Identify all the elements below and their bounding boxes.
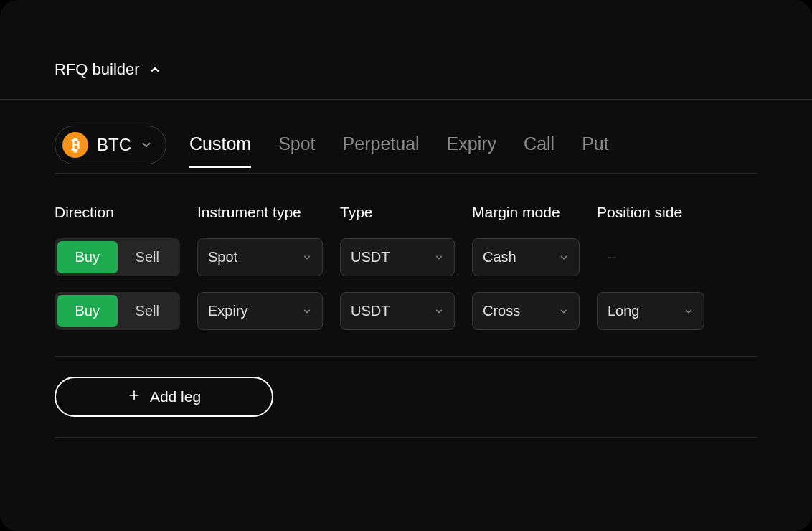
tab-perpetual[interactable]: Perpetual [343, 133, 420, 168]
asset-selector[interactable]: ₿ BTC [55, 126, 166, 164]
instrument-type-value: Spot [208, 249, 237, 266]
position-side-empty: -- [597, 249, 704, 266]
tab-put[interactable]: Put [582, 133, 609, 168]
tab-custom[interactable]: Custom [189, 133, 251, 168]
margin-mode-select[interactable]: Cross [472, 292, 580, 330]
col-header-position: Position side [597, 204, 704, 221]
leg-row: Buy Sell Spot USDT Cash [55, 238, 757, 276]
chevron-down-icon [559, 253, 569, 263]
type-value: USDT [351, 249, 390, 266]
tab-expiry[interactable]: Expiry [447, 133, 496, 168]
sell-button[interactable]: Sell [118, 241, 178, 273]
margin-mode-value: Cash [483, 249, 516, 266]
chevron-down-icon [302, 253, 312, 263]
add-leg-button[interactable]: Add leg [55, 377, 273, 417]
top-row: ₿ BTC Custom Spot Perpetual Expiry Call … [55, 126, 757, 174]
chevron-down-icon [684, 306, 694, 316]
type-select[interactable]: USDT [340, 292, 455, 330]
tab-spot[interactable]: Spot [278, 133, 315, 168]
panel-content: ₿ BTC Custom Spot Perpetual Expiry Call … [0, 100, 812, 438]
margin-mode-value: Cross [483, 303, 520, 319]
tabs: Custom Spot Perpetual Expiry Call Put [189, 126, 609, 172]
margin-mode-select[interactable]: Cash [472, 238, 580, 276]
sell-button[interactable]: Sell [118, 295, 178, 327]
buy-button[interactable]: Buy [57, 295, 118, 327]
buy-button[interactable]: Buy [57, 241, 118, 273]
bitcoin-icon: ₿ [62, 132, 88, 158]
panel-header: RFQ builder [0, 0, 812, 100]
panel-title: RFQ builder [55, 60, 140, 79]
type-select[interactable]: USDT [340, 238, 455, 276]
chevron-down-icon [559, 306, 569, 316]
leg-row: Buy Sell Expiry USDT Cross [55, 292, 757, 330]
instrument-type-select[interactable]: Spot [197, 238, 323, 276]
chevron-down-icon [302, 306, 312, 316]
col-header-type: Type [340, 204, 455, 221]
position-side-select[interactable]: Long [597, 292, 704, 330]
bitcoin-glyph: ₿ [72, 136, 80, 154]
tab-call[interactable]: Call [524, 133, 554, 168]
rfq-builder-panel: RFQ builder ₿ BTC Custom Spot Perpetual … [0, 0, 812, 531]
plus-icon [127, 388, 141, 406]
col-header-instrument: Instrument type [197, 204, 323, 221]
asset-symbol: BTC [97, 135, 131, 155]
direction-toggle: Buy Sell [55, 292, 180, 330]
chevron-down-icon [434, 253, 444, 263]
add-leg-label: Add leg [150, 388, 201, 405]
legs-container: Buy Sell Spot USDT Cash [55, 238, 757, 357]
columns-header: Direction Instrument type Type Margin mo… [55, 204, 757, 221]
chevron-up-icon[interactable] [148, 63, 161, 76]
instrument-type-select[interactable]: Expiry [197, 292, 323, 330]
col-header-direction: Direction [55, 204, 180, 221]
position-side-value: Long [608, 303, 640, 319]
instrument-type-value: Expiry [208, 303, 248, 319]
type-value: USDT [351, 303, 390, 319]
add-leg-section: Add leg [55, 357, 757, 438]
col-header-margin: Margin mode [472, 204, 580, 221]
chevron-down-icon [140, 138, 153, 151]
direction-toggle: Buy Sell [55, 238, 180, 276]
chevron-down-icon [434, 306, 444, 316]
